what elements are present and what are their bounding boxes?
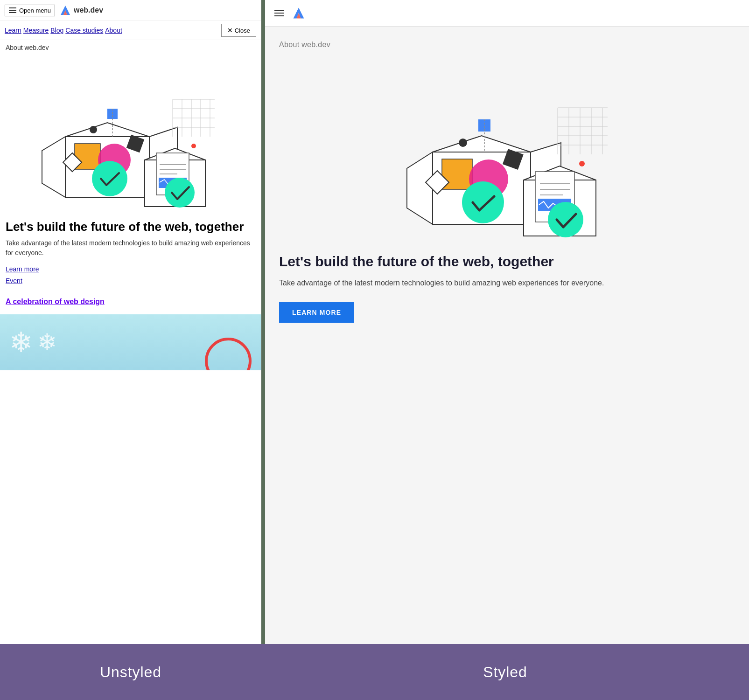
open-menu-label: Open menu [19,7,51,14]
nav-bar-unstyled: Open menu web.dev [0,0,261,21]
svg-point-12 [92,161,127,196]
close-icon: ✕ [227,27,233,34]
label-bar: Unstyled Styled [0,644,749,700]
logo-icon [59,4,72,17]
logo-text: web.dev [74,6,103,14]
snowflake-preview: ❄ ❄ [0,314,261,370]
links-section-unstyled: Learn more Event A celebration of web de… [0,263,261,314]
hero-illustration-right [395,61,619,238]
learn-more-link[interactable]: Learn more [6,263,255,275]
hero-illustration-left [37,60,224,209]
svg-point-11 [90,126,97,133]
snowflake-icon-2: ❄ [37,329,57,356]
unstyled-panel: Open menu web.dev Learn Measure Blog Cas… [0,0,261,644]
nav-links-bar: Learn Measure Blog Case studies About ✕ … [0,21,261,40]
svg-point-31 [165,178,195,208]
svg-point-20 [191,144,196,148]
svg-marker-35 [433,136,531,152]
nav-link-measure[interactable]: Measure [23,27,49,34]
logo-unstyled: web.dev [59,4,103,17]
snowflake-icon: ❄ [9,326,33,359]
svg-marker-4 [42,137,65,197]
close-button[interactable]: ✕ Close [221,24,256,37]
circle-decoration [205,338,252,370]
illustration-right [279,56,735,243]
hero-desc-styled: Take advantage of the latest modern tech… [279,277,735,302]
event-link[interactable]: Event [6,275,255,287]
svg-marker-3 [65,123,149,137]
nav-link-learn[interactable]: Learn [5,27,21,34]
nav-link-blog[interactable]: Blog [50,27,63,34]
panel-divider [261,0,265,644]
svg-point-64 [548,202,583,237]
styled-label-container: Styled [261,644,749,700]
about-label-styled: About web.dev [279,27,735,56]
svg-marker-36 [407,152,433,224]
about-label-unstyled: About web.dev [0,40,261,55]
hamburger-icon [9,7,16,13]
open-menu-button[interactable]: Open menu [5,5,55,16]
nav-link-case-studies[interactable]: Case studies [65,27,103,34]
hero-heading-styled: Let's build the future of the web, toget… [279,243,735,277]
svg-point-44 [462,181,504,223]
nav-bar-styled [265,0,749,27]
hero-desc-unstyled: Take advantage of the latest modern tech… [0,238,261,263]
svg-point-43 [459,139,467,147]
close-label: Close [235,27,250,34]
right-panel-content: About web.dev [265,27,749,644]
styled-label: Styled [483,664,527,681]
unstyled-label-container: Unstyled [0,644,261,700]
svg-point-52 [579,161,585,166]
learn-more-button[interactable]: LEARN MORE [279,302,354,323]
styled-panel: About web.dev [265,0,749,644]
illustration-left [0,55,261,214]
hero-heading-unstyled: Let's build the future of the web, toget… [0,214,261,238]
unstyled-label: Unstyled [100,664,161,681]
hamburger-styled-button[interactable] [274,10,284,16]
celebration-link[interactable]: A celebration of web design [6,295,255,309]
nav-link-about[interactable]: About [105,27,122,34]
logo-styled-icon [291,6,306,21]
